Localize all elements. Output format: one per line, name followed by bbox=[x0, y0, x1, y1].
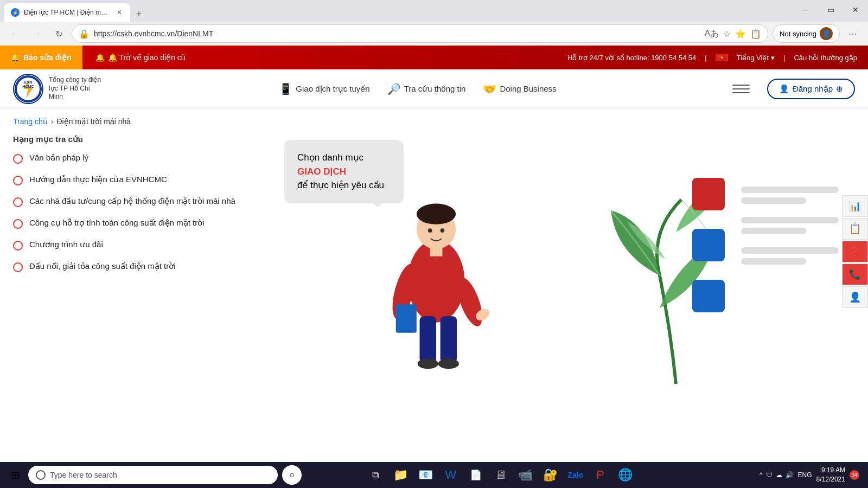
lang-indicator: ENG bbox=[798, 471, 812, 479]
video-icon[interactable]: 📹 bbox=[514, 463, 538, 487]
minimize-button[interactable]: ─ bbox=[793, 0, 818, 20]
plant-illustration bbox=[605, 167, 746, 384]
widget-table-icon[interactable]: 📊 bbox=[842, 195, 868, 217]
not-syncing-button[interactable]: Not syncing 👤 bbox=[773, 24, 840, 43]
ui-line bbox=[741, 187, 839, 193]
ui-card-blue2 bbox=[692, 280, 725, 312]
back-button[interactable]: ← bbox=[7, 25, 24, 42]
line-group-1 bbox=[741, 187, 839, 204]
old-ui-button[interactable]: 🔔 🔔 Trở về giao diện cũ bbox=[82, 49, 199, 66]
notification-badge[interactable]: 34 bbox=[850, 470, 859, 480]
clock-time: 9:19 AM bbox=[821, 466, 845, 475]
right-panel: Chọn danh mục GIAO DỊCH để thực hiện yêu… bbox=[263, 134, 855, 384]
divider2: | bbox=[783, 54, 785, 62]
main-content: Hạng mục tra cứu Văn bản pháp lý Hướng d… bbox=[0, 130, 868, 388]
svg-point-15 bbox=[438, 358, 459, 369]
svg-rect-12 bbox=[420, 316, 436, 363]
close-window-button[interactable]: ✕ bbox=[843, 0, 868, 20]
nav-doing-business[interactable]: 🤝 Doing Business bbox=[483, 82, 556, 95]
ui-lines-group bbox=[741, 187, 839, 265]
faq-link[interactable]: Câu hỏi thường gặp bbox=[794, 54, 857, 62]
widget-phone-icon[interactable]: 📞 bbox=[842, 264, 868, 285]
list-item[interactable]: Hướng dẫn thực hiện của EVNHCMC bbox=[13, 175, 241, 185]
shield-icon: 🛡 bbox=[766, 471, 773, 479]
divider: | bbox=[705, 54, 706, 62]
taskbar-right: ^ 🛡 ☁ 🔊 ENG 9:19 AM 8/12/2021 34 bbox=[760, 466, 864, 484]
widget-person-icon[interactable]: 👤 bbox=[842, 286, 868, 308]
refresh-button[interactable]: ↻ bbox=[50, 25, 67, 42]
login-button[interactable]: 👤 Đăng nhập ⊕ bbox=[767, 79, 855, 99]
more-options-button[interactable]: ⋯ bbox=[844, 25, 861, 42]
vault-icon[interactable]: 🔐 bbox=[539, 463, 563, 487]
svg-text:HCMC: HCMC bbox=[23, 85, 34, 88]
maximize-button[interactable]: ▭ bbox=[818, 0, 843, 20]
list-item-label: Các nhà đầu tư/cung cấp hệ thống điện mặ… bbox=[29, 196, 235, 206]
star-icon[interactable]: ☆ bbox=[723, 29, 731, 39]
logo[interactable]: EVN HCMC Tổng công ty điện lực TP Hồ Chí… bbox=[13, 74, 103, 104]
forward-button[interactable]: → bbox=[28, 25, 46, 42]
bell-icon-2: 🔔 bbox=[95, 53, 105, 62]
word-icon[interactable]: W bbox=[439, 463, 463, 487]
file-explorer-icon[interactable]: 📁 bbox=[389, 463, 413, 487]
pdf-icon[interactable]: 📄 bbox=[464, 463, 488, 487]
phone-icon: 📱 bbox=[279, 82, 292, 95]
collection-icon[interactable]: 📋 bbox=[750, 29, 761, 39]
radio-circle bbox=[13, 262, 23, 272]
chevron-icon[interactable]: ^ bbox=[760, 471, 763, 479]
ui-line bbox=[741, 217, 839, 223]
hotline-text: Hỗ trợ 24/7 với số hotline: 1900 54 54 5… bbox=[567, 54, 696, 62]
hamburger-menu[interactable] bbox=[732, 80, 750, 98]
list-item-label: Chương trình ưu đãi bbox=[29, 240, 103, 249]
list-item[interactable]: Công cụ hỗ trợ tính toán công suất điện … bbox=[13, 218, 241, 229]
radio-circle bbox=[13, 197, 23, 207]
nav-lookup[interactable]: 🔎 Tra cứu thông tin bbox=[387, 82, 466, 95]
monitor-icon[interactable]: 🖥 bbox=[489, 463, 513, 487]
cortana-button[interactable]: ○ bbox=[282, 465, 302, 485]
widget-question-icon[interactable]: ❓ bbox=[842, 241, 868, 262]
radio-list: Văn bản pháp lý Hướng dẫn thực hiện của … bbox=[13, 153, 241, 272]
zalo-icon[interactable]: Zalo bbox=[564, 463, 588, 487]
handshake-icon: 🤝 bbox=[483, 82, 496, 95]
cloud-icon: ☁ bbox=[776, 471, 782, 479]
main-navigation: EVN HCMC Tổng công ty điện lực TP Hồ Chí… bbox=[0, 69, 868, 108]
line-group-2 bbox=[741, 217, 839, 234]
taskbar-icons: ⧉ 📁 📧 W 📄 🖥 📹 🔐 Zalo P 🌐 bbox=[364, 463, 637, 487]
address-bar[interactable]: 🔒 https://cskh.evnhcmc.vn/DienNLMT Aあ ☆ … bbox=[72, 24, 768, 43]
ui-card-blue bbox=[692, 229, 725, 261]
logo-circle: EVN HCMC bbox=[13, 74, 43, 104]
breadcrumb: Trang chủ › Điện mặt trời mái nhà bbox=[0, 108, 868, 130]
report-repair-button[interactable]: 🔔 Báo sửa điện bbox=[0, 46, 82, 69]
system-clock[interactable]: 9:19 AM 8/12/2021 bbox=[816, 466, 845, 484]
list-item[interactable]: Các nhà đầu tư/cung cấp hệ thống điện mặ… bbox=[13, 196, 241, 207]
taskview-icon[interactable]: ⧉ bbox=[364, 463, 388, 487]
taskbar-search[interactable]: Type here to search bbox=[28, 466, 278, 484]
tab-title: Điện lực TP HCM | Điện mặt trời bbox=[24, 9, 111, 16]
tab-close-button[interactable]: ✕ bbox=[115, 8, 124, 17]
section-title: Hạng mục tra cứu bbox=[13, 134, 241, 144]
nav-online-transactions[interactable]: 📱 Giao dịch trực tuyến bbox=[279, 82, 369, 95]
url-text: https://cskh.evnhcmc.vn/DienNLMT bbox=[94, 29, 213, 38]
new-tab-button[interactable]: + bbox=[131, 7, 146, 22]
powerpoint-icon[interactable]: P bbox=[589, 463, 612, 487]
list-item[interactable]: Văn bản pháp lý bbox=[13, 153, 241, 164]
radio-circle bbox=[13, 176, 23, 185]
reader-mode-icon[interactable]: Aあ bbox=[704, 28, 719, 40]
taskbar: ⊞ Type here to search ○ ⧉ 📁 📧 W 📄 🖥 📹 🔐 … bbox=[0, 462, 868, 488]
favorites-icon[interactable]: ⭐ bbox=[735, 29, 746, 39]
start-button[interactable]: ⊞ bbox=[4, 464, 26, 486]
radio-circle bbox=[13, 219, 23, 229]
list-item[interactable]: Đấu nối, giải tỏa công suất điện mặt trờ… bbox=[13, 261, 241, 272]
address-bar-row: ← → ↻ 🔒 https://cskh.evnhcmc.vn/DienNLMT… bbox=[0, 22, 868, 46]
nav-business-label: Doing Business bbox=[500, 84, 556, 93]
browser-tab-active[interactable]: ⚡ Điện lực TP HCM | Điện mặt trời ✕ bbox=[4, 3, 130, 22]
nav-online-label: Giao dịch trực tuyến bbox=[296, 84, 369, 94]
widget-note-icon[interactable]: 📋 bbox=[842, 218, 868, 240]
search-icon bbox=[36, 470, 46, 480]
edge-icon[interactable]: 🌐 bbox=[614, 463, 637, 487]
breadcrumb-home[interactable]: Trang chủ bbox=[13, 117, 48, 126]
language-selector[interactable]: Tiếng Việt ▾ bbox=[737, 54, 775, 62]
list-item[interactable]: Chương trình ưu đãi bbox=[13, 240, 241, 251]
windows-icon: ⊞ bbox=[11, 468, 20, 481]
outlook-icon[interactable]: 📧 bbox=[414, 463, 438, 487]
svg-point-17 bbox=[441, 228, 445, 233]
